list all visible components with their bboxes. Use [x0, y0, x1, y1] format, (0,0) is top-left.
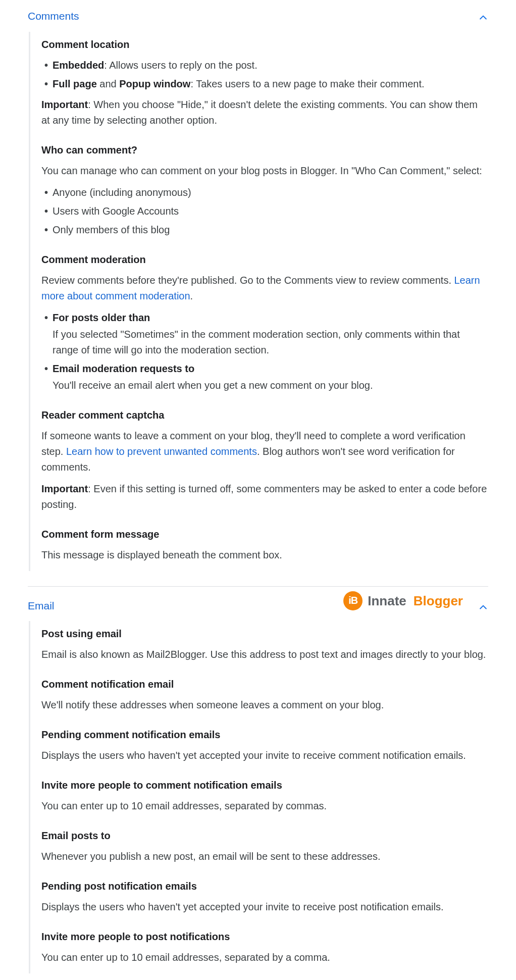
- paragraph-important: Important: Even if this setting is turne…: [41, 481, 488, 512]
- text: : Takes users to a new page to make thei…: [190, 78, 424, 89]
- paragraph: Email is also known as Mail2Blogger. Use…: [41, 647, 488, 662]
- text: : When you choose "Hide," it doesn't del…: [41, 99, 478, 126]
- list-item: Embedded: Allows users to reply on the p…: [41, 58, 488, 73]
- paragraph: This message is displayed beneath the co…: [41, 547, 488, 563]
- heading-pending-post-notification: Pending post notification emails: [41, 879, 488, 894]
- paragraph: If someone wants to leave a comment on y…: [41, 428, 488, 475]
- emphasis: Important: [41, 483, 88, 494]
- heading-post-using-email: Post using email: [41, 626, 488, 642]
- heading-reader-captcha: Reader comment captcha: [41, 407, 488, 423]
- emphasis: Full page: [53, 78, 97, 89]
- link-prevent-unwanted-comments[interactable]: Learn how to prevent unwanted comments: [66, 446, 257, 457]
- list-who-can-comment: Anyone (including anonymous) Users with …: [41, 185, 488, 238]
- paragraph: Displays the users who haven't yet accep…: [41, 899, 488, 915]
- emphasis: Embedded: [53, 60, 104, 71]
- paragraph: We'll notify these addresses when someon…: [41, 697, 488, 713]
- watermark-word-2: Blogger: [414, 591, 463, 611]
- paragraph: You can enter up to 10 email addresses, …: [41, 798, 488, 814]
- list-item: Users with Google Accounts: [41, 203, 488, 219]
- emphasis: Popup window: [119, 78, 190, 89]
- heading-comment-notification-email: Comment notification email: [41, 677, 488, 692]
- heading-email-posts-to: Email posts to: [41, 828, 488, 844]
- heading-comment-location: Comment location: [41, 37, 488, 53]
- email-body: Post using email Email is also known as …: [29, 621, 488, 973]
- text: and: [97, 78, 119, 89]
- watermark-word-1: Innate: [368, 591, 406, 611]
- watermark-innate-blogger: iB Innate Blogger: [343, 591, 463, 611]
- paragraph-important: Important: When you choose "Hide," it do…: [41, 97, 488, 128]
- text: Review comments before they're published…: [41, 275, 454, 286]
- paragraph: Displays the users who haven't yet accep…: [41, 748, 488, 763]
- text: If you selected "Sometimes" in the comme…: [53, 327, 488, 358]
- comments-body: Comment location Embedded: Allows users …: [29, 32, 488, 571]
- paragraph: Review comments before they're published…: [41, 273, 488, 304]
- text: : Allows users to reply on the post.: [104, 60, 257, 71]
- paragraph: Whenever you publish a new post, an emai…: [41, 849, 488, 864]
- paragraph: You can manage who can comment on your b…: [41, 163, 488, 179]
- emphasis: Important: [41, 99, 88, 110]
- accordion-header-email[interactable]: Email iB Innate Blogger: [28, 586, 488, 622]
- list-item: Anyone (including anonymous): [41, 185, 488, 200]
- watermark-badge-icon: iB: [343, 591, 363, 610]
- text: : Even if this setting is turned off, so…: [41, 483, 487, 510]
- chevron-up-icon: [478, 601, 488, 611]
- text: You'll receive an email alert when you g…: [53, 378, 488, 393]
- emphasis: Email moderation requests to: [53, 363, 194, 374]
- emphasis: For posts older than: [53, 312, 150, 323]
- list-comment-location: Embedded: Allows users to reply on the p…: [41, 58, 488, 92]
- list-item: For posts older than If you selected "So…: [41, 310, 488, 358]
- heading-invite-comment-notification: Invite more people to comment notificati…: [41, 778, 488, 793]
- list-moderation: For posts older than If you selected "So…: [41, 310, 488, 393]
- accordion-header-comments[interactable]: Comments: [28, 5, 488, 32]
- heading-invite-post-notification: Invite more people to post notifications: [41, 929, 488, 945]
- heading-pending-comment-notification: Pending comment notification emails: [41, 727, 488, 743]
- heading-who-can-comment: Who can comment?: [41, 142, 488, 158]
- chevron-up-icon: [478, 11, 488, 21]
- accordion-title: Comments: [28, 8, 79, 25]
- heading-comment-moderation: Comment moderation: [41, 252, 488, 268]
- list-item: Full page and Popup window: Takes users …: [41, 76, 488, 92]
- text: .: [190, 290, 193, 301]
- list-item: Only members of this blog: [41, 222, 488, 238]
- list-item: Email moderation requests to You'll rece…: [41, 361, 488, 393]
- heading-comment-form-message: Comment form message: [41, 527, 488, 542]
- paragraph: You can enter up to 10 email addresses, …: [41, 950, 488, 965]
- accordion-title: Email: [28, 598, 55, 614]
